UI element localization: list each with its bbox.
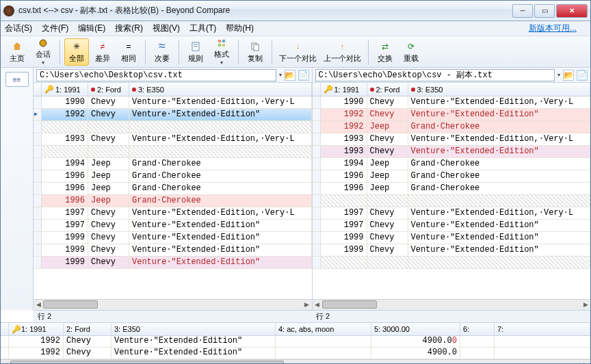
minimize-button[interactable]: ─ bbox=[512, 4, 533, 18]
table-row[interactable]: 1996JeepGrand·Cherokee bbox=[313, 183, 591, 195]
app-icon bbox=[3, 5, 14, 16]
menu-file[interactable]: 文件(F) bbox=[42, 23, 68, 34]
cell-desc: Grand·Cherokee bbox=[129, 195, 312, 207]
table-row[interactable] bbox=[34, 146, 312, 158]
col-3-header[interactable]: 3: E350 bbox=[408, 83, 591, 96]
table-row[interactable]: 1994JeepGrand·Cherokee bbox=[34, 158, 312, 170]
session-button[interactable]: 会话▾ bbox=[31, 38, 55, 66]
view-mode-button[interactable]: ≡≡ bbox=[5, 72, 29, 87]
table-row[interactable] bbox=[313, 195, 591, 207]
table-row[interactable]: 1996JeepGrand·Cherokee bbox=[34, 195, 312, 207]
cell-year bbox=[321, 257, 367, 268]
table-row[interactable]: 1997ChevyVenture·"Extended·Edition,·Very… bbox=[34, 207, 312, 220]
table-row[interactable]: 1997ChevyVenture·"Extended·Edition,·Very… bbox=[313, 207, 591, 220]
table-row[interactable]: 1992JeepGrand·Cherokee bbox=[313, 121, 591, 133]
left-rows[interactable]: 1990ChevyVenture·"Extended·Edition,·Very… bbox=[34, 96, 312, 299]
right-path-input[interactable] bbox=[315, 69, 555, 81]
table-row[interactable]: 1999ChevyVenture·"Extended·Edition" bbox=[34, 244, 312, 257]
col-1-header[interactable]: 🔑1: 1991 bbox=[321, 83, 367, 96]
up-arrow-icon: ↑ bbox=[337, 40, 349, 53]
detail-row[interactable]: 1992ChevyVenture·"Extended·Edition"4900.… bbox=[1, 336, 590, 348]
swap-button[interactable]: ⇄交换 bbox=[373, 38, 397, 66]
svg-point-0 bbox=[40, 40, 47, 47]
right-hscroll[interactable]: ◀▶ bbox=[313, 299, 591, 310]
reload-button[interactable]: ⟳重载 bbox=[399, 38, 423, 66]
table-row[interactable]: 1999ChevyVenture·"Extended·Edition" bbox=[313, 232, 591, 244]
col-2-header[interactable]: 2: Ford bbox=[367, 83, 408, 96]
table-row[interactable]: 1999ChevyVenture·"Extended·Edition" bbox=[313, 244, 591, 257]
maximize-button[interactable]: ▭ bbox=[534, 4, 555, 18]
cell-year: 1996 bbox=[321, 170, 367, 182]
table-row[interactable] bbox=[313, 257, 591, 269]
table-row[interactable]: 1990ChevyVenture·"Extended·Edition,·Very… bbox=[34, 96, 312, 109]
table-row[interactable]: 1996JeepGrand·Cherokee bbox=[313, 170, 591, 183]
all-button[interactable]: ✳全部 bbox=[64, 38, 89, 66]
table-row[interactable]: 1997ChevyVenture·"Extended·Edition" bbox=[34, 220, 312, 232]
cell-desc bbox=[408, 257, 591, 268]
scrollbar-thumb[interactable] bbox=[10, 361, 284, 364]
minor-button[interactable]: ≈次要 bbox=[150, 38, 174, 66]
rules-button[interactable]: 规则 bbox=[183, 38, 208, 66]
scrollbar-thumb[interactable] bbox=[43, 300, 98, 309]
same-button[interactable]: =相同 bbox=[116, 38, 141, 66]
reload-icon: ⟳ bbox=[405, 40, 417, 53]
table-row[interactable]: 1999ChevyVenture·"Extended·Edition" bbox=[34, 232, 312, 244]
table-row[interactable]: 1997ChevyVenture·"Extended·Edition" bbox=[313, 220, 591, 232]
next-diff-button[interactable]: ↓下一个对比 bbox=[276, 38, 319, 66]
browse-button[interactable]: 📂 bbox=[285, 70, 296, 81]
cell-desc: Venture·"Extended·Edition" bbox=[408, 244, 591, 256]
svg-rect-7 bbox=[222, 44, 225, 47]
col-2-header[interactable]: 2: Ford bbox=[88, 83, 129, 96]
dropdown-icon[interactable]: ▾ bbox=[279, 72, 282, 78]
cell-desc: Venture·"Extended·Edition" bbox=[129, 109, 312, 120]
col-1-header[interactable]: 🔑1: 1991 bbox=[42, 83, 88, 96]
menu-view[interactable]: 视图(V) bbox=[153, 23, 180, 34]
home-button[interactable]: 主页 bbox=[5, 38, 29, 66]
menu-session[interactable]: 会话(S) bbox=[5, 23, 32, 34]
open-button[interactable]: 📄 bbox=[577, 70, 588, 81]
dropdown-icon[interactable]: ▾ bbox=[557, 72, 560, 78]
browse-button[interactable]: 📂 bbox=[563, 70, 574, 81]
table-row[interactable]: 1994JeepGrand·Cherokee bbox=[313, 158, 591, 170]
cell-make: Jeep bbox=[88, 195, 129, 207]
detail-rows[interactable]: 1992ChevyVenture·"Extended·Edition"4900.… bbox=[1, 336, 590, 359]
table-row[interactable]: 1999ChevyVenture·"Extended·Edition" bbox=[34, 257, 312, 269]
format-button[interactable]: 格式▾ bbox=[209, 38, 234, 66]
cell-year: 1996 bbox=[42, 183, 88, 194]
new-version-link[interactable]: 新版本可用... bbox=[529, 23, 577, 34]
cell-make: Chevy bbox=[367, 207, 408, 219]
prev-diff-button[interactable]: ↑上一个对比 bbox=[321, 38, 364, 66]
cell-year: 1994 bbox=[42, 158, 88, 170]
table-row[interactable]: 1992ChevyVenture·"Extended·Edition" bbox=[313, 109, 591, 121]
diff-button[interactable]: ≠差异 bbox=[90, 38, 115, 66]
open-button[interactable]: 📄 bbox=[298, 70, 309, 81]
table-row[interactable]: 1992ChevyVenture·"Extended·Edition" bbox=[34, 109, 312, 121]
cell-year bbox=[321, 195, 367, 207]
cell-desc: Venture·"Extended·Edition" bbox=[408, 232, 591, 244]
left-path-input[interactable] bbox=[36, 69, 276, 81]
right-rows[interactable]: 1990ChevyVenture·"Extended·Edition,·Very… bbox=[313, 96, 591, 299]
table-row[interactable]: 1990ChevyVenture·"Extended·Edition,·Very… bbox=[313, 96, 591, 109]
table-row[interactable]: 1993ChevyVenture·"Extended·Edition,·Very… bbox=[313, 133, 591, 146]
titlebar: csv.txt <--> csv - 副本.txt - 表格比较(B) - Be… bbox=[1, 1, 590, 21]
col-3-header[interactable]: 3: E350 bbox=[129, 83, 312, 96]
doc-icon: 📄 bbox=[577, 70, 588, 80]
detail-hscroll[interactable]: ◀▶ bbox=[1, 359, 590, 364]
table-row[interactable]: 1993ChevyVenture·"Extended·Edition" bbox=[313, 146, 591, 158]
left-hscroll[interactable]: ◀▶ bbox=[34, 299, 312, 310]
detail-row[interactable]: 1992ChevyVenture·"Extended·Edition"4900.… bbox=[1, 348, 590, 359]
menu-tools[interactable]: 工具(T) bbox=[189, 23, 216, 34]
table-row[interactable]: 1993ChevyVenture·"Extended·Edition,·Very… bbox=[34, 133, 312, 146]
scrollbar-thumb[interactable] bbox=[322, 300, 377, 309]
format-icon bbox=[215, 38, 228, 49]
copy-button[interactable]: 复制 bbox=[243, 38, 267, 66]
table-row[interactable]: 1996JeepGrand·Cherokee bbox=[34, 183, 312, 195]
cell-desc: Venture·"Extended·Edition" bbox=[408, 109, 591, 120]
table-row[interactable]: 1996JeepGrand·Cherokee bbox=[34, 170, 312, 183]
table-row[interactable] bbox=[34, 121, 312, 133]
close-button[interactable]: ✕ bbox=[556, 4, 588, 18]
menu-edit[interactable]: 编辑(E) bbox=[78, 23, 105, 34]
menu-help[interactable]: 帮助(H) bbox=[226, 23, 254, 34]
menu-search[interactable]: 搜索(R) bbox=[115, 23, 143, 34]
detail-header: 🔑1: 1991 2: Ford 3: E350 4: ac, abs, moo… bbox=[1, 323, 590, 336]
